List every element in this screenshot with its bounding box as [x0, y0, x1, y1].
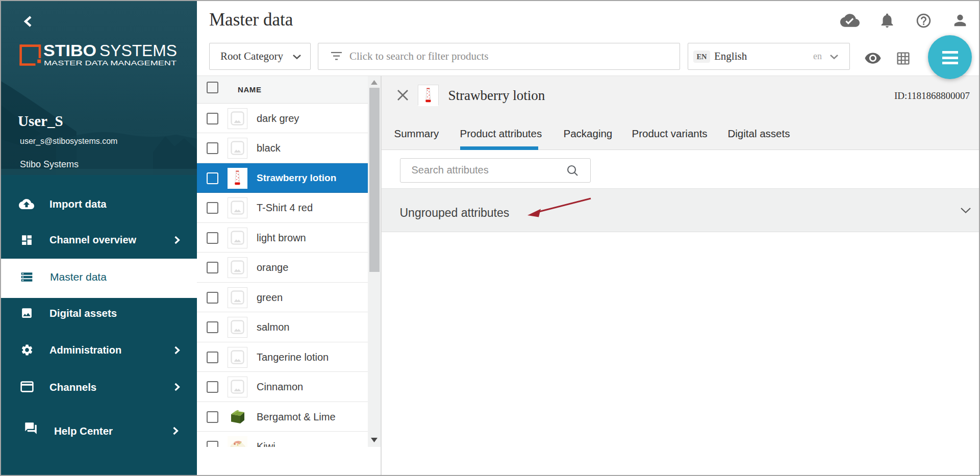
- svg-text:SYSTEMS: SYSTEMS: [99, 43, 177, 59]
- svg-text:MASTER DATA MANAGEMENT: MASTER DATA MANAGEMENT: [44, 60, 177, 67]
- svg-text:STIBO: STIBO: [43, 43, 96, 59]
